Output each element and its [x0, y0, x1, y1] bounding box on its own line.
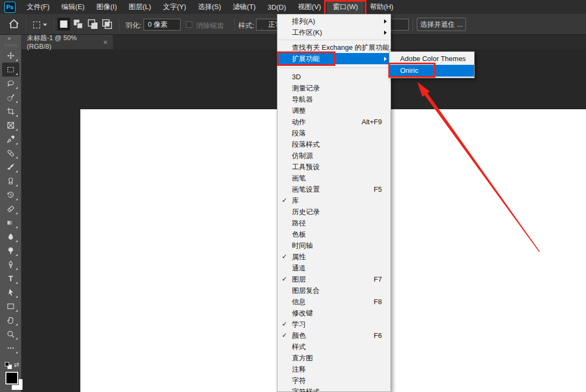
- spot-healing-brush-icon: [6, 149, 15, 157]
- menu-item-label: 排列(A): [292, 17, 315, 25]
- move-tool-button[interactable]: [2, 49, 19, 63]
- menu-item-label: 测量记录: [292, 84, 320, 92]
- menubar-item-滤镜(T)[interactable]: 滤镜(T): [227, 0, 262, 14]
- menu-item-导航器[interactable]: 导航器: [277, 94, 390, 105]
- menu-item-学习[interactable]: ✓学习: [277, 319, 390, 330]
- menu-item-label: 动作: [292, 118, 306, 126]
- menu-item-修改键[interactable]: 修改键: [277, 307, 390, 319]
- hand-tool-button[interactable]: [2, 313, 19, 327]
- menu-item-段落[interactable]: 段落: [277, 127, 390, 139]
- menu-item-画笔[interactable]: 画笔: [277, 172, 390, 184]
- pen-icon: [6, 260, 15, 269]
- dodge-tool-button[interactable]: [2, 244, 19, 258]
- menu-item-通道[interactable]: 通道: [277, 262, 390, 274]
- menu-item-图层[interactable]: ✓图层F7: [277, 274, 390, 285]
- edit-toolbar-tool-button[interactable]: [2, 341, 19, 355]
- menu-item-arrange[interactable]: 排列(A): [277, 16, 390, 27]
- menu-item-图层复合[interactable]: 图层复合: [277, 285, 390, 296]
- menu-item-label: 段落样式: [292, 140, 320, 148]
- select-and-mask-button[interactable]: 选择并遮住 ...: [417, 18, 466, 31]
- menubar-item-视图(V)[interactable]: 视图(V): [292, 0, 327, 14]
- foreground-color-swatch[interactable]: [5, 372, 18, 385]
- submenu-item-oniric[interactable]: Oniric: [389, 65, 474, 77]
- menu-item-label: 仿制源: [292, 152, 313, 160]
- menubar-item-文字(Y)[interactable]: 文字(Y): [157, 0, 192, 14]
- menubar-item-3D(D)[interactable]: 3D(D): [261, 0, 292, 14]
- menu-item-属性[interactable]: ✓属性: [277, 251, 390, 262]
- document-tab[interactable]: 未标题-1 @ 50%(RGB/8) ×: [21, 35, 113, 49]
- menu-item-信息[interactable]: 信息F8: [277, 296, 390, 307]
- clone-stamp-tool-button[interactable]: [2, 174, 19, 188]
- edit-toolbar-icon: [6, 344, 15, 352]
- crop-tool-button[interactable]: [2, 104, 19, 118]
- menu-item-find-extensions[interactable]: 查找有关 Exchange 的扩展功能...: [277, 42, 390, 53]
- menubar-item-图像(I)[interactable]: 图像(I): [91, 0, 123, 14]
- subtract-from-selection-button[interactable]: [86, 18, 99, 31]
- menu-item-路径[interactable]: 路径: [277, 217, 390, 229]
- menu-item-库[interactable]: ✓库: [277, 195, 390, 206]
- menu-item-色板[interactable]: 色板: [277, 229, 390, 240]
- spot-healing-brush-tool-button[interactable]: [2, 146, 19, 160]
- new-selection-button[interactable]: [57, 18, 70, 31]
- eyedropper-tool-button[interactable]: [2, 132, 19, 146]
- intersect-selection-button[interactable]: [101, 18, 114, 31]
- menubar-item-选择(S)[interactable]: 选择(S): [192, 0, 227, 14]
- menubar-item-编辑(E)[interactable]: 编辑(E): [56, 0, 91, 14]
- home-button[interactable]: [7, 18, 20, 31]
- blur-tool-button[interactable]: [2, 230, 19, 244]
- swap-colors-icon[interactable]: ⇄: [14, 361, 19, 368]
- menu-item-历史记录[interactable]: 历史记录: [277, 206, 390, 217]
- menu-item-测量记录[interactable]: 测量记录: [277, 82, 390, 94]
- rectangle-tool-button[interactable]: [2, 299, 19, 313]
- add-to-selection-button[interactable]: [72, 18, 85, 31]
- brush-tool-button[interactable]: [2, 160, 19, 174]
- quick-selection-tool-button[interactable]: [2, 91, 19, 104]
- antialias-checkbox[interactable]: [186, 21, 192, 28]
- menu-item-颜色[interactable]: ✓颜色F6: [277, 330, 390, 341]
- menu-item-label: 样式: [292, 343, 306, 351]
- frame-tool-button[interactable]: [2, 118, 19, 132]
- panel-grip[interactable]: [5, 44, 17, 47]
- toolbar: » T ⇄: [0, 35, 21, 392]
- menu-item-直方图[interactable]: 直方图: [277, 352, 390, 364]
- menubar-item-图层(L)[interactable]: 图层(L): [123, 0, 157, 14]
- feather-input[interactable]: 0 像素: [144, 19, 181, 31]
- menu-item-extensions[interactable]: 扩展功能: [277, 53, 390, 64]
- menu-item-段落样式[interactable]: 段落样式: [277, 139, 390, 150]
- menu-item-注释[interactable]: 注释: [277, 364, 390, 375]
- menu-item-label: 3D: [292, 73, 301, 81]
- collapse-panel-button[interactable]: »: [0, 35, 21, 42]
- history-brush-tool-button[interactable]: [2, 188, 19, 202]
- menu-item-动作[interactable]: 动作Alt+F9: [277, 116, 390, 127]
- pen-tool-button[interactable]: [2, 258, 19, 272]
- feather-label: 羽化:: [125, 21, 141, 31]
- menu-item-label: 学习: [292, 320, 306, 328]
- gradient-tool-button[interactable]: [2, 216, 19, 230]
- close-icon[interactable]: ×: [103, 38, 108, 47]
- menu-item-3d[interactable]: 3D: [277, 71, 390, 82]
- submenu-item-adobe-color-themes[interactable]: Adobe Color Themes: [389, 53, 474, 65]
- menu-item-画笔设置[interactable]: 画笔设置F5: [277, 184, 390, 195]
- lasso-tool-button[interactable]: [2, 77, 19, 91]
- menu-item-工具预设[interactable]: 工具预设: [277, 161, 390, 172]
- menu-item-调整[interactable]: 调整: [277, 105, 390, 116]
- menu-item-字符[interactable]: 字符: [277, 375, 390, 386]
- separator: [54, 18, 54, 31]
- window-menu: 排列(A)工作区(K)查找有关 Exchange 的扩展功能...扩展功能3D测…: [277, 14, 391, 392]
- type-tool-button[interactable]: T: [2, 272, 19, 285]
- zoom-tool-button[interactable]: [2, 327, 19, 341]
- menu-item-时间轴[interactable]: 时间轴: [277, 240, 390, 251]
- eraser-tool-button[interactable]: [2, 202, 19, 216]
- menubar-item-文件(F)[interactable]: 文件(F): [21, 0, 56, 14]
- menu-item-仿制源[interactable]: 仿制源: [277, 150, 390, 161]
- menubar-item-窗口(W)[interactable]: 窗口(W): [327, 0, 364, 14]
- menubar: Ps 文件(F)编辑(E)图像(I)图层(L)文字(Y)选择(S)滤镜(T)3D…: [0, 0, 586, 14]
- menu-item-样式[interactable]: 样式: [277, 341, 390, 352]
- rectangular-marquee-tool-button[interactable]: [2, 63, 19, 77]
- tool-preset-picker[interactable]: [31, 19, 49, 31]
- menu-item-字符样式[interactable]: 字符样式: [277, 386, 390, 392]
- menubar-item-帮助(H)[interactable]: 帮助(H): [364, 0, 399, 14]
- marquee-icon: [33, 21, 40, 28]
- menu-item-workspace[interactable]: 工作区(K): [277, 27, 390, 38]
- path-selection-tool-button[interactable]: [2, 285, 19, 299]
